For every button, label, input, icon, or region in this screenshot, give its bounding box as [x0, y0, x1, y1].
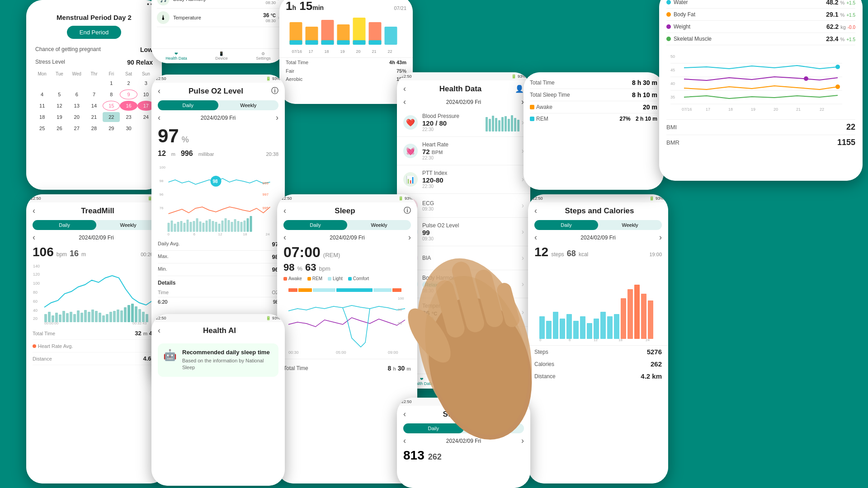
rem-row-label: REM: [530, 116, 548, 122]
svg-rect-136: [634, 285, 640, 339]
awake-row: Awake 20 m: [530, 101, 657, 113]
distance-unit: m: [81, 251, 86, 258]
calendar-week-5: 25 26 27 28 29 30: [33, 123, 155, 133]
svg-rect-76: [171, 221, 173, 232]
pulse-sub2: 996: [181, 150, 193, 158]
calories-unit: kcal: [579, 251, 588, 258]
menstrual-title: Menstrual Period Day 2: [33, 14, 155, 21]
svg-text:12: 12: [594, 338, 598, 342]
svg-text:100: 100: [160, 165, 166, 169]
total-time-label: Total Time: [286, 60, 308, 65]
sleep-top-date: 07/21: [394, 5, 406, 11]
sleep-top-hours: 1h 15min: [286, 0, 324, 13]
svg-text:18: 18: [325, 49, 329, 54]
pulse-tab-weekly[interactable]: Weekly: [218, 100, 279, 110]
svg-point-153: [835, 84, 840, 89]
svg-text:35: 35: [670, 95, 675, 99]
temperature-row[interactable]: 🌡 Temperature 36 °C 08:30 ›: [157, 9, 279, 27]
health-item-bp[interactable]: ❤️ Blood Pressure 120 / 80 22:30: [397, 108, 530, 137]
pulse-sub2-unit: millibar: [198, 151, 214, 157]
menstrual-header: Menstrual Period Day 2 End Period: [26, 8, 162, 42]
steps-date-next[interactable]: ›: [659, 233, 662, 242]
profile-icon[interactable]: 👤: [515, 84, 524, 93]
status-bar-menstrual: ● ● ●: [26, 0, 162, 8]
sleep-wake-time: 07:00: [283, 244, 321, 261]
awake-label: Awake: [288, 276, 302, 281]
details-time-col: Time: [158, 290, 169, 295]
weight-label: Weight: [674, 23, 690, 30]
pulse-tab-daily[interactable]: Daily: [158, 100, 218, 110]
treadmill-tab-daily[interactable]: Daily: [33, 220, 96, 230]
svg-rect-48: [80, 313, 83, 322]
tab-settings[interactable]: ⚙ Settings: [256, 52, 271, 61]
skeletal-change: +1.5: [846, 37, 855, 42]
sleep-tab-daily[interactable]: Daily: [283, 220, 347, 230]
svg-rect-64: [138, 309, 141, 322]
phone-menstrual: ● ● ● Menstrual Period Day 2 End Period …: [26, 0, 162, 190]
svg-text:80: 80: [33, 290, 38, 295]
body-harmony-icon: 🎵: [157, 0, 170, 5]
heart-avg-label: Heart Rate Avg.: [33, 343, 73, 349]
calendar-header: Mon Tue Wed Thr Fri Sat Sun: [33, 71, 155, 76]
svg-rect-130: [594, 319, 599, 339]
svg-rect-61: [127, 305, 130, 322]
svg-rect-58: [117, 310, 119, 322]
health-data-tab-label: Health Data: [165, 56, 187, 61]
svg-text:20: 20: [774, 107, 778, 112]
water-dot: [666, 0, 671, 5]
svg-rect-95: [231, 222, 233, 232]
svg-rect-82: [190, 222, 192, 232]
healthai-header: ‹ Health AI: [151, 322, 285, 337]
sleep-top-stats: Total Time 4h 43m Fair 75% Aerobic 15%: [279, 57, 413, 83]
svg-rect-65: [142, 312, 145, 322]
svg-rect-128: [580, 316, 585, 339]
health-main-header: ‹ Health Data 👤: [397, 80, 530, 95]
end-period-button[interactable]: End Period: [67, 26, 121, 39]
treadmill-header: ‹ TreadMill: [26, 202, 166, 217]
svg-rect-24: [498, 120, 500, 131]
svg-rect-86: [203, 223, 205, 232]
healthai-rec-desc: Based on the information by National Sle…: [182, 357, 273, 371]
svg-text:24: 24: [646, 338, 650, 342]
pulse-date-prev[interactable]: ‹: [158, 113, 160, 122]
svg-text:22: 22: [388, 49, 392, 54]
healthai-icon: 🤖: [163, 349, 177, 361]
phone-health-ai: 22:50 🔋 93% ‹ Health AI 🤖 Recommended da…: [151, 314, 285, 486]
date-prev[interactable]: ‹: [403, 97, 406, 107]
water-label: Water: [674, 0, 688, 5]
temperature-time: 08:30: [263, 19, 276, 23]
svg-rect-11: [369, 40, 382, 45]
pulse-header: ‹ Pulse O2 Level ⓘ: [151, 83, 285, 98]
awake-dot: [283, 277, 287, 281]
treadmill-tab-weekly[interactable]: Weekly: [96, 220, 160, 230]
sleep-date-prev[interactable]: ‹: [283, 233, 286, 242]
bmi-row: BMI 22: [666, 119, 855, 135]
tt-val: 8 h 30 m: [632, 79, 657, 86]
svg-rect-62: [131, 304, 134, 322]
svg-rect-63: [135, 306, 137, 322]
svg-text:20: 20: [356, 49, 361, 54]
svg-rect-28: [511, 115, 513, 131]
svg-text:21: 21: [372, 49, 377, 54]
pulse-sub-metrics: 12 m 996 millibar 20:38: [158, 150, 278, 158]
steps-tab-weekly[interactable]: Weekly: [598, 220, 662, 230]
pulse-avg-row: Daily Avg. 97: [158, 238, 278, 251]
tab-device[interactable]: 📱 Device: [215, 52, 228, 61]
hand-overlay: [371, 167, 561, 461]
pulse-chart: 100 98 96 76 98: [158, 160, 278, 236]
skeletal-unit: %: [840, 37, 844, 42]
pulse-date-next[interactable]: ›: [276, 113, 278, 122]
svg-rect-25: [501, 117, 504, 131]
pulse-sub1-unit: m: [171, 151, 175, 157]
tab-health-data[interactable]: ❤ Health Data: [165, 52, 187, 61]
svg-rect-129: [587, 323, 592, 339]
svg-text:12: 12: [218, 232, 222, 236]
svg-rect-59: [120, 310, 123, 322]
awake-square: [530, 105, 534, 109]
pulse-time: 20:38: [266, 151, 278, 157]
svg-rect-84: [196, 218, 198, 232]
svg-text:98: 98: [160, 179, 164, 183]
body-harmony-time: 08:30: [254, 0, 276, 5]
treadmill-date-prev[interactable]: ‹: [33, 233, 35, 242]
body-harmony-row[interactable]: 🎵 Body Harmony Relax 96 08:30 ›: [157, 0, 279, 9]
